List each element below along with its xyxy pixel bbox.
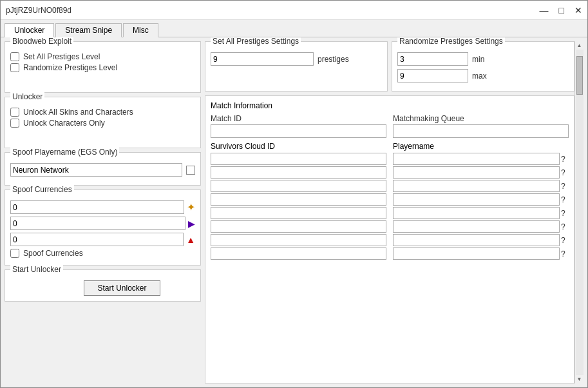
playername-row-0: ?: [393, 153, 569, 165]
playername-row-2: ?: [393, 180, 569, 192]
start-unlocker-title: Start Unlocker: [10, 265, 63, 274]
currency-input-gold[interactable]: [10, 200, 184, 214]
matchmaking-queue-label: Matchmaking Queue: [393, 114, 569, 123]
window-controls: — □ ✕: [540, 5, 582, 15]
survivor-cloud-6: [211, 234, 386, 246]
set-prestiges-row: prestiges: [211, 52, 382, 66]
maximize-button[interactable]: □: [559, 5, 564, 15]
close-button[interactable]: ✕: [574, 5, 582, 15]
playername-input-4[interactable]: [393, 207, 560, 219]
q-mark-3: ?: [561, 195, 569, 204]
playername-col: Playername ? ? ? ? ? ? ? ?: [393, 142, 569, 260]
spoof-playername-group: Spoof Playername (EGS Only): [5, 152, 201, 186]
randomize-prestiges-label: Randomize Prestiges Level: [23, 63, 117, 72]
playername-row-3: ?: [393, 193, 569, 206]
playername-input-6[interactable]: [393, 234, 560, 246]
spoof-currencies-checkbox-row: Spoof Currencies: [10, 249, 195, 258]
set-prestiges-input[interactable]: [211, 52, 314, 66]
survivor-cloud-input-3[interactable]: [211, 193, 386, 206]
spoof-playername-inner: [10, 163, 195, 177]
spoof-currencies-checkbox[interactable]: [10, 249, 19, 258]
survivor-cloud-1: [211, 166, 386, 179]
survivor-cloud-input-6[interactable]: [211, 234, 386, 246]
unlock-chars-only-row: Unlock Characters Only: [10, 119, 195, 128]
tab-unlocker[interactable]: Unlocker: [5, 23, 54, 37]
playername-input-3[interactable]: [393, 193, 560, 206]
scroll-up-arrow[interactable]: ▲: [577, 41, 582, 50]
set-all-prestiges-label: Set All Prestiges Level: [23, 52, 100, 61]
playername-list: ? ? ? ? ? ? ? ?: [393, 153, 569, 260]
currency-input-red[interactable]: [10, 233, 184, 246]
set-prestiges-title: Set All Prestiges Settings: [211, 37, 301, 46]
survivor-cloud-3: [211, 193, 386, 206]
survivor-cloud-input-1[interactable]: [211, 166, 386, 179]
scroll-thumb[interactable]: [576, 56, 583, 95]
rand-min-input[interactable]: [397, 52, 468, 66]
survivor-cloud-2: [211, 180, 386, 192]
q-mark-6: ?: [561, 236, 569, 245]
title-bar: pJtjRZ9UrNO0f89d — □ ✕: [1, 1, 587, 20]
playername-row-4: ?: [393, 207, 569, 219]
match-id-field: Match ID: [211, 114, 386, 138]
set-all-prestiges-checkbox[interactable]: [10, 52, 19, 61]
rand-max-input[interactable]: [397, 69, 468, 82]
playername-row-6: ?: [393, 234, 569, 246]
left-panel: Bloodweb Exploit Set All Prestiges Level…: [5, 41, 201, 383]
tab-misc[interactable]: Misc: [123, 23, 158, 37]
window-title: pJtjRZ9UrNO0f89d: [6, 6, 71, 15]
bloodweb-group: Bloodweb Exploit Set All Prestiges Level…: [5, 41, 201, 93]
unlocker-group: Unlocker Unlock All Skins and Characters…: [5, 97, 201, 148]
currency-input-purple[interactable]: [10, 217, 185, 230]
match-info-title: Match Information: [211, 101, 569, 110]
playername-input-2[interactable]: [393, 180, 560, 192]
start-unlocker-button[interactable]: Start Unlocker: [84, 280, 160, 296]
matchmaking-queue-input[interactable]: [393, 124, 569, 138]
spoof-currencies-title: Spoof Currencies: [10, 185, 74, 194]
playername-input-5[interactable]: [393, 220, 560, 233]
match-top-fields: Match ID Matchmaking Queue: [211, 114, 569, 138]
main-window: pJtjRZ9UrNO0f89d — □ ✕ Unlocker Stream S…: [0, 0, 588, 388]
top-right-row: Set All Prestiges Settings prestiges Ran…: [205, 41, 574, 92]
scroll-track[interactable]: [576, 50, 583, 375]
currency-row-0: ✦: [10, 200, 195, 214]
unlock-chars-only-checkbox[interactable]: [10, 119, 19, 128]
spoof-playername-checkbox[interactable]: [186, 166, 195, 175]
survivor-cloud-input-4[interactable]: [211, 207, 386, 219]
randomize-prestiges-inner: min max: [397, 52, 569, 82]
body-area: Bloodweb Exploit Set All Prestiges Level…: [1, 37, 587, 387]
scrollbar: ▲ ▼: [574, 41, 583, 383]
unlock-all-skins-checkbox[interactable]: [10, 108, 19, 117]
scroll-down-arrow[interactable]: ▼: [577, 375, 582, 383]
playername-row-5: ?: [393, 220, 569, 233]
survivor-cloud-input-0[interactable]: [211, 153, 386, 165]
spoof-playername-input[interactable]: [10, 163, 182, 177]
set-prestiges-inner: prestiges: [211, 52, 382, 66]
survivor-cloud-4: [211, 207, 386, 219]
currency-row-2: ▲: [10, 233, 195, 246]
playername-input-0[interactable]: [393, 153, 560, 165]
survivors-cloud-col: Survivors Cloud ID: [211, 142, 386, 260]
unlock-chars-only-label: Unlock Characters Only: [23, 119, 105, 128]
unlocker-title: Unlocker: [10, 92, 44, 101]
q-mark-4: ?: [561, 209, 569, 218]
tab-stream-snipe[interactable]: Stream Snipe: [55, 23, 122, 37]
survivor-cloud-input-7[interactable]: [211, 247, 386, 260]
match-id-input[interactable]: [211, 124, 386, 138]
tab-bar: Unlocker Stream Snipe Misc: [1, 20, 587, 37]
right-panel: Set All Prestiges Settings prestiges Ran…: [205, 41, 583, 383]
playername-input-7[interactable]: [393, 247, 560, 260]
currency-row-1: ▶: [10, 217, 195, 230]
match-info-group: Match Information Match ID Matchmaking Q…: [205, 95, 574, 383]
randomize-prestiges-row: Randomize Prestiges Level: [10, 63, 195, 72]
spoof-currencies-group: Spoof Currencies ✦ ▶ ▲: [5, 189, 201, 266]
rand-min-label: min: [472, 55, 484, 64]
survivors-cloud-id-label: Survivors Cloud ID: [211, 142, 386, 151]
playername-input-1[interactable]: [393, 166, 560, 179]
randomize-prestiges-group: Randomize Prestiges Settings min max: [392, 41, 574, 92]
survivor-cloud-input-2[interactable]: [211, 180, 386, 192]
rand-max-row: max: [397, 69, 569, 82]
survivor-cloud-input-5[interactable]: [211, 220, 386, 233]
randomize-prestiges-checkbox[interactable]: [10, 63, 19, 72]
spoof-currencies-inner: ✦ ▶ ▲ Spoof Currencies: [10, 200, 195, 258]
minimize-button[interactable]: —: [540, 5, 549, 15]
